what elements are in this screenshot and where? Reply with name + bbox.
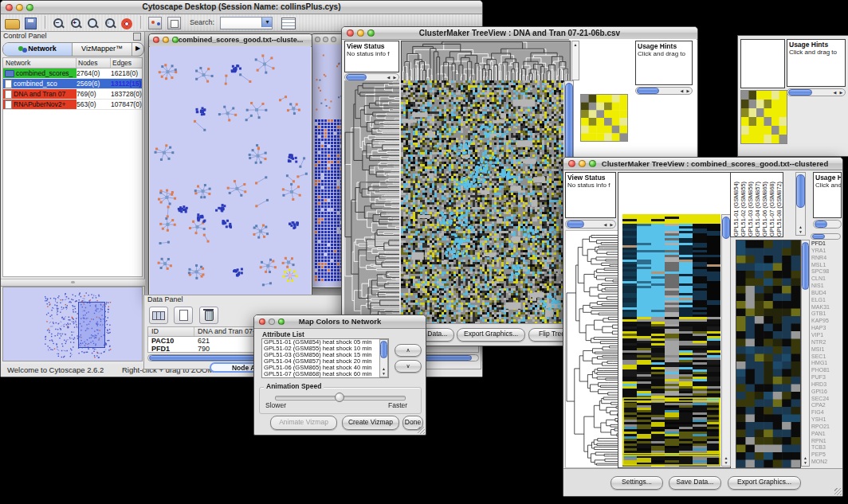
minimize-button[interactable] (579, 160, 586, 167)
tv3-matrix-canvas[interactable] (740, 90, 787, 144)
move-down-button[interactable]: ∨ (395, 360, 422, 373)
gene-label[interactable]: PAN1 (811, 431, 842, 438)
gene-label[interactable]: BUD4 (811, 290, 842, 297)
tv1-row-dendrogram[interactable] (344, 80, 399, 323)
tv2-row-dendrogram[interactable] (566, 233, 622, 467)
tv2-label-vscroll[interactable] (795, 172, 806, 236)
minimize-button[interactable] (357, 29, 364, 37)
gene-label[interactable]: NIS1 (811, 283, 842, 290)
new-attribute-icon[interactable] (174, 307, 193, 324)
tv2-titlebar[interactable]: ClusterMaker TreeView : combined_scores_… (563, 158, 842, 170)
zoom-button[interactable] (278, 318, 285, 325)
dialog-titlebar[interactable]: Map Colors to Network (254, 315, 426, 329)
column-label[interactable] (624, 41, 633, 87)
import-table-icon[interactable] (281, 18, 296, 29)
gene-label[interactable]: YRA1 (811, 248, 842, 255)
close-button[interactable] (315, 37, 320, 42)
gene-label[interactable]: MSL1 (811, 262, 842, 269)
animation-slider[interactable] (275, 396, 406, 400)
gene-label[interactable]: VIP1 (811, 332, 842, 339)
minimize-button[interactable] (16, 4, 23, 11)
column-label[interactable] (589, 41, 598, 87)
network-window-1-titlebar[interactable]: combined_scores_good.txt--cluste... (149, 34, 312, 47)
gene-label[interactable]: GPI16 (811, 389, 842, 396)
close-button[interactable] (6, 4, 13, 11)
network-row[interactable]: RNAPuberNov2+ 563(0) 107847(0) (3, 100, 142, 110)
birdseye-view[interactable] (2, 287, 143, 361)
delete-attribute-icon[interactable] (199, 307, 218, 324)
column-label[interactable]: GPL51-06 (GSM865) (761, 174, 768, 236)
close-button[interactable] (153, 37, 159, 43)
gene-label[interactable]: RNR4 (811, 255, 842, 262)
gene-label[interactable]: TCB3 (811, 444, 842, 451)
zoom-button[interactable] (331, 37, 336, 42)
column-label[interactable] (598, 41, 607, 87)
zoom-button[interactable] (589, 160, 596, 167)
move-up-button[interactable]: ∧ (395, 344, 422, 357)
help-lifesaver-icon[interactable] (121, 18, 132, 29)
zoom-selected-icon[interactable]: ▫ (104, 18, 116, 29)
tv2-status-hscroll[interactable] (565, 220, 616, 229)
gene-label[interactable]: MSI1 (811, 346, 842, 354)
select-attributes-icon[interactable] (149, 307, 168, 324)
settings-button[interactable]: Settings... (610, 476, 663, 490)
gene-label[interactable]: KAP95 (811, 318, 842, 325)
attribute-item[interactable]: GPL51-07 (GSM868) heat shock 60 min (264, 371, 388, 377)
gene-label[interactable]: GTB1 (811, 311, 842, 318)
tv1-column-dendrogram[interactable] (401, 41, 571, 82)
main-titlebar[interactable]: Cytoscape Desktop (Session Name: collins… (1, 1, 482, 14)
zoom-fit-icon[interactable] (87, 18, 99, 29)
gene-label[interactable]: RPN1 (811, 438, 842, 445)
gene-label[interactable]: MON2 (811, 459, 842, 466)
gene-label[interactable]: HAP3 (811, 325, 842, 332)
tab-overflow-arrow[interactable]: ▶ (132, 43, 143, 56)
tab-network[interactable]: Network (3, 43, 73, 56)
panel-splitter[interactable] (1, 279, 145, 287)
create-vizmap-button[interactable]: Create Vizmap (342, 416, 399, 430)
column-label[interactable]: GPL51-02 (GSM855) (740, 174, 747, 236)
tv1-matrix-canvas[interactable] (580, 94, 628, 142)
column-label[interactable]: GPL51-04 (GSM857) (754, 174, 761, 236)
col-edges[interactable]: Edges (111, 58, 142, 68)
animate-vizmap-button[interactable]: Animate Vizmap (270, 416, 337, 430)
gene-label[interactable]: PFD1 (811, 240, 842, 248)
minimize-button[interactable] (269, 318, 275, 325)
save-session-icon[interactable] (25, 18, 37, 29)
annotation-icon[interactable] (167, 17, 181, 29)
tv2-usage-hscroll[interactable] (813, 220, 842, 229)
zoom-in-icon[interactable]: + (70, 18, 82, 29)
gene-label[interactable]: CPA2 (811, 402, 842, 409)
gene-label[interactable]: RPO21 (811, 424, 842, 431)
zoom-button[interactable] (367, 29, 375, 37)
open-session-icon[interactable] (5, 19, 20, 29)
gene-label[interactable]: SEC24 (811, 396, 842, 403)
resize-grip[interactable] (834, 488, 842, 495)
gene-label[interactable]: SPC98 (811, 268, 842, 275)
network-row[interactable]: combined_sco 2569(6) 13112(15) (3, 79, 142, 89)
tv1-heatmap[interactable] (401, 80, 563, 323)
gene-label[interactable]: CLN1 (811, 275, 842, 283)
tv1-titlebar[interactable]: ClusterMaker TreeView : DNA and Tran 07-… (342, 27, 697, 40)
minimize-button[interactable] (163, 37, 169, 43)
tv2-heatmap[interactable] (622, 214, 720, 467)
tv1-usage-hscroll[interactable] (635, 87, 693, 95)
column-label[interactable] (615, 41, 624, 87)
search-input[interactable] (220, 17, 273, 29)
gene-label[interactable]: PEP5 (811, 451, 842, 459)
gene-label[interactable]: PHO81 (811, 367, 842, 374)
column-label[interactable] (607, 41, 615, 87)
gene-label[interactable]: SEC1 (811, 354, 842, 361)
col-network[interactable]: Network (3, 58, 77, 68)
network-canvas[interactable] (150, 46, 311, 295)
close-button[interactable] (347, 29, 354, 37)
overview-canvas[interactable] (3, 287, 142, 361)
column-label[interactable]: GPL51-08 (GSM872) (775, 174, 783, 236)
close-button[interactable] (259, 318, 265, 325)
tv2-gene-hscroll[interactable] (811, 233, 841, 240)
tv2-zoom-vscroll[interactable] (801, 240, 810, 467)
gene-label[interactable]: YSH1 (811, 416, 842, 424)
vizmapper-icon[interactable] (148, 17, 162, 29)
gene-label[interactable]: ELG1 (811, 297, 842, 304)
gene-label[interactable]: HMG1 (811, 360, 842, 367)
tv2-heatmap-vscroll[interactable] (721, 214, 731, 467)
